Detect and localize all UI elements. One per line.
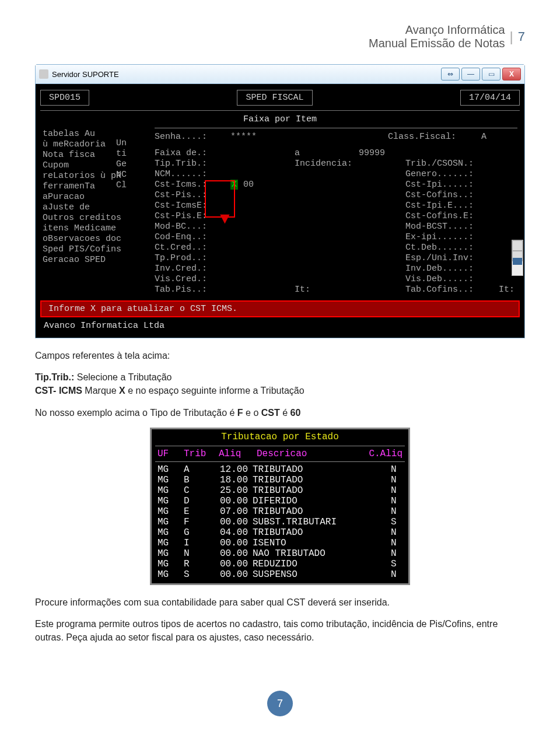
table-row: MGB18.00TRIBUTADON — [158, 475, 402, 485]
application-window: Servidor SUPORTE ⇔ — ▭ X SPD015 SPED FIS… — [35, 64, 525, 338]
vertical-scrollbar[interactable] — [512, 240, 523, 276]
menu-item[interactable]: aJuste de — [43, 202, 142, 213]
submenu-code: ti — [116, 149, 151, 159]
form-row: Cst-Pis..:Cst-Cofins..: — [155, 190, 517, 201]
program-code: SPD015 — [40, 90, 89, 106]
submenu-code: Cl — [116, 180, 151, 191]
table-row: MGC25.00TRIBUTADON — [158, 485, 402, 496]
form-row: Vis.Cred.:Vis.Deb.....: — [155, 274, 517, 285]
window-title: Servidor SUPORTE — [52, 70, 119, 79]
program-date: 17/04/14 — [460, 90, 520, 106]
form-row: Faixa de.:a99999 — [155, 148, 517, 159]
form-row: Tab.Pis..:It:Tab.Cofins..:It: — [155, 285, 517, 295]
menu-item[interactable]: itens Medicame — [43, 223, 142, 234]
table-row: MGI00.00ISENTON — [158, 538, 402, 548]
document-body: Campos referentes à tela acima: Tip.Trib… — [35, 349, 525, 419]
window-extra-button[interactable]: ⇔ — [441, 68, 460, 80]
form-row: Cst-IcmsE:Cst-Ipi.E...: — [155, 201, 517, 211]
form-row: Ct.Cred..:Ct.Deb......: — [155, 243, 517, 253]
submenu-code: Un — [116, 138, 151, 149]
menu-item[interactable]: Geracao SPED — [43, 255, 142, 265]
submenu-code: NC — [116, 170, 151, 180]
form-row: Cst-Icms.:X 00Cst-Ipi.....: — [155, 180, 517, 190]
senha-label: Senha....: — [155, 132, 230, 142]
program-name: SPED FISCAL — [237, 90, 312, 106]
doc-subtitle: Manual Emissão de Notas — [369, 37, 505, 50]
menu-item[interactable]: Outros creditos — [43, 213, 142, 223]
footer-company: Avanco Informatica Ltda — [40, 317, 520, 332]
form-row: Tip.Trib.:Incidencia:Trib./CSOSN.: — [155, 159, 517, 169]
menu-item[interactable]: Sped PIS/Cofins — [43, 244, 142, 255]
maximize-button[interactable]: ▭ — [482, 68, 501, 80]
trib-title: Tributacao por Estado — [152, 429, 408, 444]
body-heading: Campos referentes à tela acima: — [35, 349, 525, 362]
table-row: MGR00.00REDUZIDOS — [158, 559, 402, 569]
terminal-area: SPD015 SPED FISCAL 17/04/14 Faixa por It… — [36, 84, 524, 338]
table-row: MGE07.00TRIBUTADON — [158, 506, 402, 517]
menu-item[interactable]: aPuracao — [43, 192, 142, 202]
form-row: Inv.Cred.:Inv.Deb.....: — [155, 264, 517, 274]
class-value: A — [481, 132, 517, 142]
red-arrow-icon: ▼ — [220, 216, 230, 222]
table-row: MGF00.00SUBST.TRIBUTARIS — [158, 517, 402, 527]
form-row: Cod-Enq..:Ex-ipi......: — [155, 232, 517, 243]
form-panel: Senha....: ***** Class.Fiscal: A Faixa d… — [155, 128, 517, 295]
form-row: Mod-BC...:Mod-BCST....: — [155, 222, 517, 232]
form-row: Cst-Pis.E:Cst-Cofins.E: — [155, 211, 517, 222]
table-row: MGA12.00TRIBUTADON — [158, 464, 402, 475]
table-row: MGS00.00SUSPENSON — [158, 569, 402, 580]
titlebar: Servidor SUPORTE ⇔ — ▭ X — [36, 65, 524, 84]
hint-bar: Informe X para atualizar o CST ICMS. — [40, 300, 520, 317]
table-row: MGG04.00TRIBUTADON — [158, 527, 402, 538]
label-tiptrib: Tip.Trib.: — [35, 372, 74, 382]
label-csticms: CST- ICMS — [35, 386, 82, 396]
senha-value: ***** — [230, 132, 295, 142]
screen-title: Faixa por Item — [40, 114, 520, 124]
page-number-badge: 7 — [267, 691, 293, 716]
document-header: Avanço Informática Manual Emissão de Not… — [35, 23, 525, 50]
app-icon — [39, 69, 48, 79]
form-row: NCM......:Genero......: — [155, 169, 517, 180]
close-button[interactable]: X — [502, 68, 521, 80]
sub-menu-codes: UntiGeNCCl — [116, 138, 151, 191]
form-row: Tp.Prod..:Esp./Uni.Inv: — [155, 253, 517, 264]
submenu-code: Ge — [116, 159, 151, 170]
menu-item[interactable]: oBservacoes doc — [43, 234, 142, 244]
company-name: Avanço Informática — [369, 23, 505, 37]
document-body-2: Procure informações com sua contabilidad… — [35, 596, 525, 645]
minimize-button[interactable]: — — [461, 68, 480, 80]
scrollbar-thumb[interactable] — [513, 258, 522, 265]
trib-header-row: UF Trib Aliq Descricao C.Aliq — [152, 447, 408, 460]
class-label: Class.Fiscal: — [388, 132, 481, 142]
table-row: MGN00.00NAO TRIBUTADON — [158, 548, 402, 559]
tributacao-table: Tributacao por Estado UF Trib Aliq Descr… — [150, 428, 410, 585]
table-row: MGD00.00DIFERIDON — [158, 496, 402, 506]
page-number-header: 7 — [518, 29, 525, 44]
